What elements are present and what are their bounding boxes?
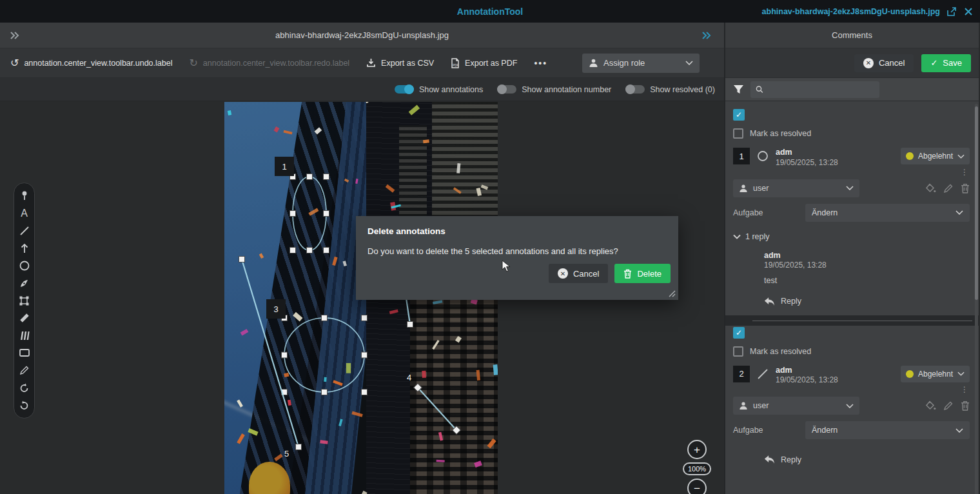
share-icon[interactable] (946, 6, 957, 17)
cancel-x-icon: ✕ (863, 58, 874, 68)
modal-cancel-button[interactable]: ✕ Cancel (549, 264, 608, 283)
search-input[interactable] (767, 85, 874, 94)
delete-trash-icon[interactable] (961, 400, 970, 411)
document-header: abhinav-bhardwaj-2ekzJ8smDgU-unsplash.jp… (0, 23, 724, 48)
reply-button[interactable]: Reply (764, 455, 970, 464)
export-pdf-button[interactable]: PDF Export as PDF (451, 58, 517, 68)
annotation-number-label: 3 (266, 299, 286, 319)
zoom-in-button[interactable]: + (687, 440, 707, 459)
person-icon (739, 184, 748, 193)
status-dropdown[interactable]: Abgelehnt (901, 366, 970, 382)
zoom-out-button[interactable]: − (687, 479, 707, 494)
ruler-tool-icon[interactable] (17, 311, 32, 325)
fill-color-icon[interactable] (925, 183, 936, 193)
top-bar: AnnotationTool abhinav-bhardwaj-2ekzJ8sm… (0, 0, 980, 23)
pin-tool-icon[interactable] (17, 189, 32, 203)
status-dropdown[interactable]: Abgelehnt (901, 148, 970, 164)
modal-resize-handle[interactable] (668, 290, 676, 297)
chevron-down-icon (685, 61, 693, 65)
modal-delete-button[interactable]: Delete (614, 264, 671, 283)
comments-header: Comments (725, 23, 979, 48)
annotation-canvas[interactable]: A (0, 101, 724, 494)
search-icon (756, 85, 763, 94)
comment-author: adm (776, 366, 838, 376)
assign-role-dropdown[interactable]: Assign role (582, 54, 700, 73)
area-measure-tool-icon[interactable] (17, 328, 32, 342)
center-view: abhinav-bhardwaj-2ekzJ8smDgU-unsplash.jp… (0, 23, 725, 494)
reply-button[interactable]: Reply (764, 297, 970, 306)
text-tool-icon[interactable]: A (17, 206, 32, 221)
collapse-left-panel-icon[interactable] (9, 31, 21, 40)
rotate-ccw-icon[interactable] (17, 380, 32, 395)
zoom-controls: + 100% − (683, 440, 710, 494)
download-icon (366, 58, 376, 68)
replies-expand-toggle[interactable]: 1 reply (733, 232, 970, 241)
pen-tool-icon[interactable] (17, 276, 32, 290)
line-type-icon (756, 368, 769, 380)
switch-off (497, 85, 516, 94)
mark-resolved-checkbox[interactable] (733, 128, 743, 139)
modal-message: Do you want to delete the 5 selected ann… (368, 246, 667, 256)
comment-more-icon[interactable]: ⋮ (961, 386, 968, 393)
mark-resolved-checkbox[interactable] (733, 346, 743, 357)
toggle-show-resolved[interactable]: Show resolved (0) (625, 85, 715, 94)
comment-search-box[interactable] (750, 81, 879, 98)
comment-select-checkbox[interactable]: ✓ (733, 109, 745, 121)
comment-author: adm (776, 148, 838, 158)
comment-card: ✓ Mark as resolved 1 adm 19/05/2025, 13:… (733, 109, 970, 306)
undo-button[interactable]: ↺ annotation.center_view.toolbar.undo.la… (10, 58, 172, 68)
rotate-cw-icon[interactable] (17, 398, 32, 412)
fill-color-icon[interactable] (925, 400, 936, 411)
annotation-number-badge: 1 (733, 148, 750, 164)
toggle-show-annotations[interactable]: Show annotations (395, 85, 483, 94)
toggle-show-annotation-number[interactable]: Show annotation number (497, 85, 611, 94)
reply-item: adm 19/05/2025, 13:28 test (733, 250, 970, 286)
redo-button[interactable]: ↻ annotation.center_view.toolbar.redo.la… (189, 58, 349, 68)
export-csv-button[interactable]: Export as CSV (366, 58, 434, 68)
task-label: Aufgabe (733, 208, 805, 217)
edit-pencil-icon[interactable] (943, 400, 954, 411)
arrow-tool-icon[interactable] (17, 241, 32, 255)
status-dot (906, 152, 914, 160)
transform-tool-icon[interactable] (17, 293, 32, 308)
comment-card: ✓ Mark as resolved 2 adm 19/05/2025, 13:… (733, 327, 970, 465)
comment-select-checkbox[interactable]: ✓ (733, 327, 745, 339)
rectangle-tool-icon[interactable] (17, 346, 32, 360)
switch-off (625, 85, 645, 94)
delete-annotations-modal: Delete annotations Do you want to delete… (356, 216, 678, 300)
chevron-down-icon (846, 404, 854, 408)
person-icon (589, 58, 598, 68)
comment-more-icon[interactable]: ⋮ (961, 169, 968, 175)
chevron-down-icon (956, 210, 963, 215)
scrollbar-thumb[interactable] (975, 106, 978, 300)
comments-list[interactable]: ✓ Mark as resolved 1 adm 19/05/2025, 13:… (725, 101, 979, 494)
assignee-dropdown[interactable]: user (733, 397, 859, 415)
task-dropdown[interactable]: Ändern (805, 421, 970, 439)
reply-text: test (764, 275, 970, 286)
task-label: Aufgabe (733, 426, 805, 435)
close-icon[interactable] (963, 6, 974, 17)
comments-save-button[interactable]: ✓ Save (921, 54, 971, 72)
ellipse-tool-icon[interactable] (17, 259, 32, 273)
topbar-filename: abhinav-bhardwaj-2ekzJ8smDgU-unsplash.jp… (762, 7, 940, 16)
line-tool-icon[interactable] (17, 224, 32, 238)
more-options-icon[interactable]: ••• (534, 58, 547, 68)
reply-arrow-icon (764, 297, 775, 306)
collapse-right-panel-icon[interactable] (701, 31, 712, 40)
trash-icon (623, 269, 632, 279)
comments-cancel-button[interactable]: ✕ Cancel (854, 54, 914, 72)
edit-pencil-icon[interactable] (943, 183, 954, 193)
chevron-down-icon (957, 154, 965, 159)
assignee-dropdown[interactable]: user (733, 179, 859, 197)
pencil-tool-icon[interactable] (17, 363, 32, 377)
filter-icon[interactable] (733, 84, 744, 94)
app-title: AnnotationTool (457, 6, 523, 17)
task-dropdown[interactable]: Ändern (805, 204, 970, 222)
card-divider (725, 315, 979, 326)
chevron-down-icon (957, 371, 965, 376)
comments-actions: ✕ Cancel ✓ Save (725, 48, 979, 78)
zoom-level: 100% (683, 462, 711, 475)
toolbar: ↺ annotation.center_view.toolbar.undo.la… (0, 48, 724, 78)
annotation-number-label: 5 (284, 449, 289, 459)
delete-trash-icon[interactable] (961, 183, 970, 193)
